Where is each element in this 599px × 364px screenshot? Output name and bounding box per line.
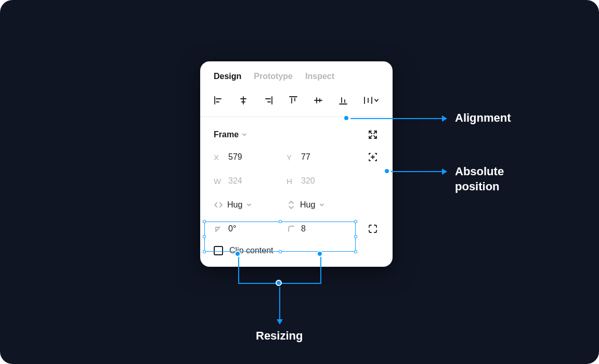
hug-horizontal-icon [214, 200, 223, 210]
rotation-radius-row: 0° 8 [214, 222, 379, 236]
hug-vertical-icon [287, 200, 296, 210]
distribute-dropdown-icon[interactable] [362, 95, 380, 106]
radius-value: 8 [301, 224, 306, 233]
frame-title: Frame [214, 130, 239, 139]
y-field[interactable]: Y 77 [287, 152, 359, 162]
chevron-down-icon [246, 202, 252, 207]
arrow-head-icon [277, 319, 283, 324]
arrow-head-icon [442, 115, 447, 122]
annotation-arrow [279, 287, 280, 320]
resize-fit-icon[interactable] [367, 128, 379, 141]
x-value: 579 [228, 152, 242, 162]
resize-row: Hug Hug [214, 198, 379, 212]
alignment-row [200, 86, 393, 116]
annotation-dot [384, 168, 390, 174]
rotation-field[interactable]: 0° [214, 224, 287, 233]
w-field[interactable]: W 324 [214, 176, 287, 186]
annotation-arrow [350, 118, 442, 119]
rotation-icon [214, 224, 223, 233]
panel-tabs: Design Prototype Inspect [200, 61, 393, 86]
w-value: 324 [228, 176, 242, 186]
tab-prototype[interactable]: Prototype [254, 72, 293, 81]
annotation-dot [317, 251, 323, 257]
y-value: 77 [301, 152, 310, 162]
h-value: 320 [301, 176, 315, 186]
resize-horizontal-dropdown[interactable]: Hug [214, 200, 287, 210]
annotation-dot [235, 251, 241, 257]
resize-vertical-dropdown[interactable]: Hug [287, 200, 359, 210]
independent-corners-icon[interactable] [367, 223, 379, 235]
annotation-arrow [391, 171, 442, 172]
annotation-resizing: Resizing [256, 329, 303, 344]
checkbox-icon[interactable] [214, 246, 223, 255]
tab-inspect[interactable]: Inspect [305, 72, 334, 81]
radius-icon [287, 224, 296, 233]
annotation-dot [276, 280, 282, 286]
x-label: X [214, 153, 223, 162]
size-row: W 324 H 320 [214, 174, 379, 188]
design-panel: Design Prototype Inspect [200, 61, 393, 267]
annotation-bracket [238, 257, 239, 283]
resize-h-value: Hug [227, 200, 242, 210]
align-right-icon[interactable] [263, 95, 274, 106]
tab-design[interactable]: Design [214, 72, 241, 81]
align-left-icon[interactable] [213, 95, 224, 106]
position-row: X 579 Y 77 [214, 150, 379, 164]
resize-v-value: Hug [300, 200, 315, 210]
y-label: Y [287, 153, 296, 162]
canvas: Design Prototype Inspect [0, 0, 599, 364]
align-bottom-icon[interactable] [337, 95, 349, 106]
h-field[interactable]: H 320 [287, 176, 359, 186]
annotation-alignment: Alignment [455, 111, 511, 126]
radius-field[interactable]: 8 [287, 224, 359, 233]
chevron-down-icon [319, 202, 324, 207]
annotation-bracket [320, 257, 321, 283]
h-label: H [287, 177, 296, 186]
align-top-icon[interactable] [288, 95, 299, 106]
arrow-head-icon [442, 168, 447, 175]
absolute-position-icon[interactable] [367, 151, 379, 163]
w-label: W [214, 177, 223, 186]
annotation-absolute: Absolute position [455, 164, 528, 194]
section-header: Frame [214, 128, 379, 141]
align-center-v-icon[interactable] [312, 95, 324, 106]
align-center-h-icon[interactable] [238, 95, 249, 106]
x-field[interactable]: X 579 [214, 152, 287, 162]
frame-type-dropdown[interactable]: Frame [214, 130, 247, 139]
annotation-dot [343, 115, 349, 121]
rotation-value: 0° [228, 224, 236, 233]
frame-section: Frame X 579 [200, 117, 393, 267]
